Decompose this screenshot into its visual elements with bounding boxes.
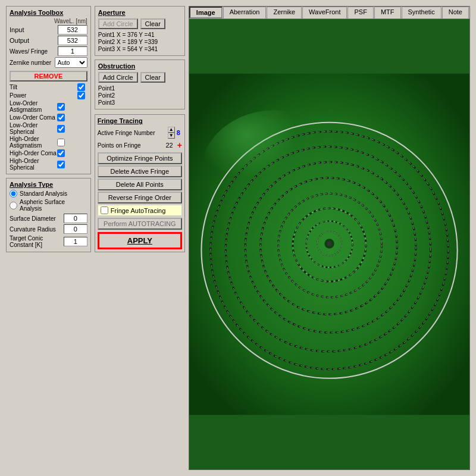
obstruction-btn-row: Add Circle Clear bbox=[98, 72, 181, 83]
delete-active-fringe-button[interactable]: Delete Active Fringe bbox=[98, 165, 182, 177]
waves-fringe-label: Waves/ Fringe bbox=[10, 48, 58, 55]
lo-astigmatism-row: Low-Order Astigmatism bbox=[10, 100, 87, 113]
fringe-up-button[interactable]: ▲ bbox=[168, 127, 175, 133]
surface-diameter-label: Surface Diameter bbox=[10, 215, 64, 222]
lo-spherical-row: Low-Order Spherical bbox=[10, 122, 87, 135]
lo-coma-checkbox[interactable] bbox=[57, 114, 65, 121]
points-on-fringe-label: Points on Fringe bbox=[98, 142, 166, 149]
tab-aberration[interactable]: Aberration bbox=[223, 7, 267, 18]
remove-button[interactable]: REMOVE bbox=[10, 71, 87, 82]
fringe-pattern-svg bbox=[189, 19, 469, 469]
ho-coma-row: High-Order Coma bbox=[10, 149, 87, 157]
svg-point-20 bbox=[327, 241, 331, 246]
input-row: Input bbox=[10, 25, 87, 35]
analysis-type-title: Analysis Type bbox=[10, 181, 87, 188]
target-conic-label: Target Conic Constant [K] bbox=[10, 235, 64, 248]
tab-psf[interactable]: PSF bbox=[347, 7, 373, 18]
standard-label: Standard Analysis bbox=[20, 190, 67, 197]
points-plus-button[interactable]: + bbox=[177, 140, 182, 150]
curvature-radius-row: Curvature Radius bbox=[10, 224, 87, 234]
aperture-box: Aperture Add Circle Clear Point1 X = 376… bbox=[95, 6, 185, 56]
aspheric-radio[interactable] bbox=[10, 202, 17, 209]
tab-zernike[interactable]: Zernike bbox=[267, 7, 302, 18]
output-row: Output bbox=[10, 36, 87, 45]
surface-diameter-row: Surface Diameter bbox=[10, 214, 87, 223]
obstruction-title: Obstruction bbox=[98, 62, 181, 70]
tab-mtf[interactable]: MTF bbox=[374, 7, 401, 18]
lo-spherical-label: Low-Order Spherical bbox=[10, 122, 57, 135]
aperture-clear-button[interactable]: Clear bbox=[140, 18, 165, 29]
power-checkbox[interactable] bbox=[77, 92, 85, 99]
lo-astigmatism-checkbox[interactable] bbox=[57, 103, 65, 111]
delete-all-points-button[interactable]: Delete All Points bbox=[98, 178, 182, 190]
tab-wavefront[interactable]: WaveFront bbox=[302, 7, 347, 18]
ho-spherical-label: High-Order Spherical bbox=[10, 158, 57, 171]
fringe-down-button[interactable]: ▼ bbox=[168, 133, 175, 139]
input-field[interactable] bbox=[58, 25, 87, 35]
left-panel: Analysis Toolbox WaveL. [nm] Input Outpu… bbox=[6, 6, 91, 470]
right-panel: Image Aberration Zernike WaveFront PSF M… bbox=[189, 6, 470, 470]
active-fringe-row: Active Fringe Number ▲ ▼ 8 bbox=[98, 127, 182, 139]
ho-astigmatism-checkbox[interactable] bbox=[57, 139, 65, 146]
obstruction-add-circle-button[interactable]: Add Circle bbox=[98, 72, 138, 83]
waves-fringe-field[interactable] bbox=[58, 46, 87, 56]
tilt-checkbox[interactable] bbox=[77, 83, 85, 91]
analysis-toolbox: Analysis Toolbox WaveL. [nm] Input Outpu… bbox=[6, 6, 91, 174]
tabs-bar: Image Aberration Zernike WaveFront PSF M… bbox=[189, 7, 469, 19]
zernike-row: Zernike number Auto 4 9 16 bbox=[10, 57, 87, 68]
output-label: Output bbox=[10, 37, 58, 44]
zernike-select[interactable]: Auto 4 9 16 bbox=[55, 57, 87, 68]
aspheric-analysis-row: Aspheric Surface Analysis bbox=[10, 199, 87, 212]
wavel-header: WaveL. [nm] bbox=[10, 18, 87, 24]
ho-spherical-row: High-Order Spherical bbox=[10, 158, 87, 171]
aperture-point2: Point2 X = 189 Y =339 bbox=[98, 39, 181, 45]
ho-astigmatism-label: High-Order Astigmatism bbox=[10, 136, 57, 149]
ho-spherical-checkbox[interactable] bbox=[57, 161, 65, 168]
obstruction-box: Obstruction Add Circle Clear Point1 Poin… bbox=[95, 60, 185, 109]
lo-label: Low-Order Astigmatism bbox=[10, 100, 57, 113]
aperture-add-circle-button[interactable]: Add Circle bbox=[98, 18, 138, 29]
curvature-radius-field[interactable] bbox=[64, 224, 87, 234]
obstruction-point2: Point2 bbox=[98, 92, 181, 99]
tilt-label: Tilt bbox=[10, 84, 77, 90]
lo-spherical-checkbox[interactable] bbox=[57, 125, 65, 133]
lo-coma-label: Low-Order Coma bbox=[10, 114, 57, 121]
aperture-title: Aperture bbox=[98, 9, 181, 16]
active-fringe-value: 8 bbox=[177, 129, 180, 136]
aspheric-label: Aspheric Surface Analysis bbox=[20, 199, 87, 212]
zernike-label: Zernike number bbox=[10, 60, 55, 66]
aperture-btn-row: Add Circle Clear bbox=[98, 18, 181, 29]
output-field[interactable] bbox=[58, 36, 87, 45]
reverse-fringe-button[interactable]: Reverse Fringe Order bbox=[98, 192, 182, 203]
middle-panel: Aperture Add Circle Clear Point1 X = 376… bbox=[95, 6, 185, 470]
autotracing-checkbox[interactable] bbox=[101, 206, 108, 214]
fringe-spinner: ▲ ▼ bbox=[168, 127, 175, 139]
obstruction-point1: Point1 bbox=[98, 85, 181, 92]
surface-diameter-field[interactable] bbox=[64, 214, 87, 223]
tab-note[interactable]: Note bbox=[442, 7, 469, 18]
tab-image[interactable]: Image bbox=[189, 7, 223, 18]
svg-point-21 bbox=[201, 110, 347, 232]
ho-coma-checkbox[interactable] bbox=[57, 149, 65, 157]
tab-synthetic[interactable]: Synthetic bbox=[402, 7, 441, 18]
obstruction-point3: Point3 bbox=[98, 99, 181, 106]
curvature-radius-label: Curvature Radius bbox=[10, 226, 64, 233]
waves-fringe-row: Waves/ Fringe bbox=[10, 46, 87, 56]
fringe-tracing-box: Fringe Tracing Active Fringe Number ▲ ▼ … bbox=[95, 114, 185, 252]
apply-button[interactable]: APPLY bbox=[98, 232, 182, 249]
tilt-row: Tilt bbox=[10, 83, 87, 91]
input-label: Input bbox=[10, 26, 58, 33]
aperture-point3: Point3 X = 564 Y =341 bbox=[98, 46, 181, 52]
autotracing-row: Fringe AutoTracing bbox=[98, 205, 182, 216]
optimize-fringe-button[interactable]: Optimize Fringe Points bbox=[98, 152, 182, 164]
analysis-toolbox-title: Analysis Toolbox bbox=[10, 9, 87, 16]
target-conic-row: Target Conic Constant [K] bbox=[10, 235, 87, 248]
perform-autotracing-button[interactable]: Perform AUTOTRACING bbox=[98, 218, 182, 230]
aperture-point1: Point1 X = 376 Y =41 bbox=[98, 32, 181, 38]
points-on-fringe-value: 22 bbox=[165, 142, 173, 149]
fringe-tracing-title: Fringe Tracing bbox=[98, 117, 182, 124]
image-area bbox=[189, 19, 469, 469]
obstruction-clear-button[interactable]: Clear bbox=[140, 72, 165, 83]
standard-radio[interactable] bbox=[10, 190, 17, 198]
target-conic-field[interactable] bbox=[64, 237, 87, 246]
